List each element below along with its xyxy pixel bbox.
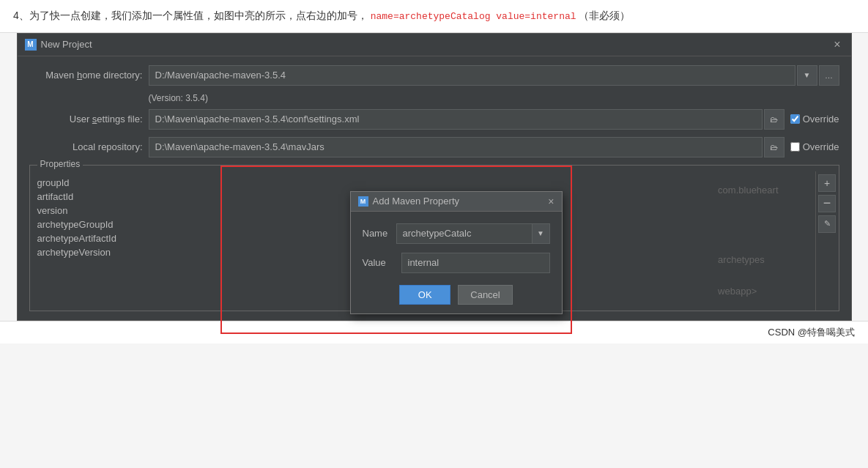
bg-text-line2: archetypes xyxy=(718,254,778,265)
maven-home-input[interactable] xyxy=(149,65,795,86)
bg-text-right: com.blueheart archetypes webapp> xyxy=(718,185,778,297)
dialog-cancel-button[interactable]: Cancel xyxy=(458,285,512,305)
local-repo-override-label: Override xyxy=(803,141,839,152)
instruction-bar: 4、为了快一点创建，我们添加一个属性值，如图中亮的所示，点右边的加号， name… xyxy=(0,0,868,33)
remove-property-button[interactable]: − xyxy=(818,195,836,212)
bg-text-line1: com.blueheart xyxy=(718,185,778,196)
dialog-title-left: M Add Maven Property xyxy=(358,196,460,207)
dialog-name-label: Name xyxy=(363,228,390,239)
instruction-prefix: 4、为了快一点创建，我们添加一个属性值，如图中亮的所示，点右边的加号， xyxy=(13,10,368,21)
dialog-value-label: Value xyxy=(363,257,396,268)
local-repo-input-group: 🗁 xyxy=(149,137,784,157)
dialog-titlebar: M Add Maven Property × xyxy=(351,192,562,212)
bg-text-line3: webapp> xyxy=(718,286,778,297)
local-repo-override-group: Override xyxy=(790,141,839,152)
dialog-icon: M xyxy=(358,196,368,207)
window-close-button[interactable]: × xyxy=(831,38,843,51)
properties-section: Properties groupId artifactId version ar… xyxy=(29,165,839,311)
list-item: groupId xyxy=(37,176,808,190)
user-settings-override-checkbox[interactable] xyxy=(790,114,800,124)
user-settings-override-label: Override xyxy=(803,114,839,125)
window-titlebar: M New Project × xyxy=(18,34,851,56)
watermark-bar: CSDN @特鲁喝美式 xyxy=(0,321,868,343)
dialog-value-row: Value xyxy=(363,253,550,273)
watermark-text: CSDN @特鲁喝美式 xyxy=(768,327,855,338)
user-settings-override-group: Override xyxy=(790,114,839,125)
window-icon: M xyxy=(25,39,37,51)
maven-home-row: Maven home directory: ▼ … xyxy=(29,65,839,86)
dialog-close-button[interactable]: × xyxy=(548,196,554,207)
dialog-name-row: Name ▼ xyxy=(363,223,550,244)
user-settings-input-group: 🗁 xyxy=(149,109,784,130)
dialog-buttons: OK Cancel xyxy=(363,282,550,305)
local-repo-browse-button[interactable]: 🗁 xyxy=(764,137,784,157)
maven-home-label: Maven home directory: xyxy=(29,70,143,81)
dialog-body: Name ▼ Value O xyxy=(351,212,562,313)
window-titlebar-left: M New Project xyxy=(25,39,92,51)
user-settings-row: User settings file: 🗁 Override xyxy=(29,109,839,130)
window-body: Maven home directory: ▼ … (Version: 3.5.… xyxy=(18,56,851,320)
add-maven-property-dialog: M Add Maven Property × Name ▼ xyxy=(350,191,563,314)
dialog-name-dropdown-button[interactable]: ▼ xyxy=(533,223,550,244)
dialog-value-input[interactable] xyxy=(401,253,550,273)
user-settings-input[interactable] xyxy=(149,109,763,130)
dialog-name-input-group: ▼ xyxy=(396,223,550,244)
maven-home-dropdown-button[interactable]: ▼ xyxy=(797,65,817,86)
properties-sidebar: + − ✎ xyxy=(815,171,839,311)
instruction-code: name=archetypeCatalog value=internal xyxy=(371,11,576,22)
new-project-window: M New Project × Maven home directory: ▼ … xyxy=(17,33,852,321)
dialog-ok-button[interactable]: OK xyxy=(399,285,450,305)
window-title: New Project xyxy=(41,39,92,50)
local-repo-override-checkbox[interactable] xyxy=(790,142,800,152)
local-repo-input[interactable] xyxy=(149,137,763,157)
local-repo-label: Local repository: xyxy=(29,141,143,152)
instruction-suffix: （非必须） xyxy=(579,10,630,21)
dialog-name-input[interactable] xyxy=(396,223,533,244)
user-settings-browse-button[interactable]: 🗁 xyxy=(764,109,784,130)
properties-legend: Properties xyxy=(37,159,84,169)
maven-home-input-group: ▼ … xyxy=(149,65,839,86)
maven-version-note: (Version: 3.5.4) xyxy=(149,93,839,103)
edit-property-button[interactable]: ✎ xyxy=(818,215,836,233)
dialog-title: Add Maven Property xyxy=(373,196,460,207)
user-settings-label: User settings file: xyxy=(29,114,143,125)
maven-home-browse-button[interactable]: … xyxy=(819,65,839,86)
add-property-button[interactable]: + xyxy=(818,174,836,192)
local-repo-row: Local repository: 🗁 Override xyxy=(29,137,839,157)
